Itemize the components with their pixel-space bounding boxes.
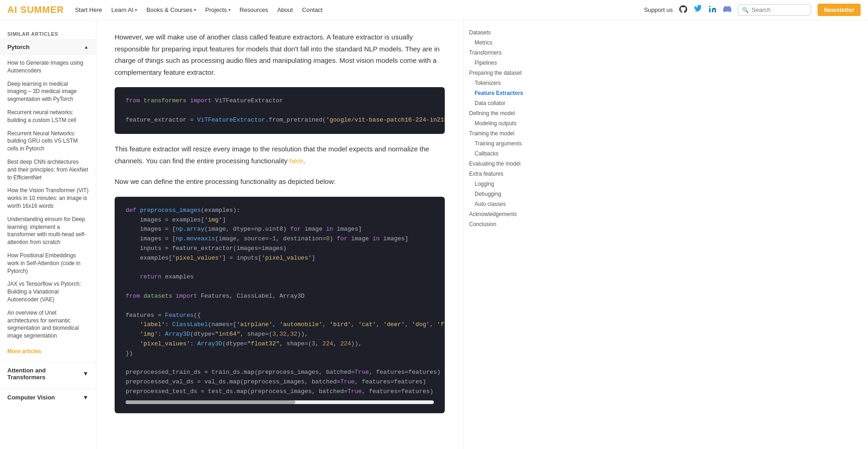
- toc-item[interactable]: Data collator: [469, 98, 549, 108]
- code-line: }): [126, 349, 434, 359]
- header-right: Support us 🔍 Newsletter: [644, 4, 861, 16]
- code-line: preprocessed_val_ds = val_ds.map(preproc…: [126, 377, 434, 387]
- here-link[interactable]: here: [289, 157, 303, 165]
- main-content: However, we will make use of another cla…: [96, 20, 463, 449]
- code-line: 'label': ClassLabel(names=['airplane', '…: [126, 320, 434, 330]
- toc-item[interactable]: Auto classes: [469, 199, 549, 209]
- code-line: feature_extractor = ViTFeatureExtractor.…: [126, 116, 434, 125]
- code-line: [126, 301, 434, 311]
- sidebar-category-computer-vision[interactable]: Computer Vision ▼: [0, 389, 96, 405]
- list-item[interactable]: Best deep CNN architectures and their pr…: [0, 155, 96, 184]
- sidebar-category-pytorch[interactable]: Pytorch ▲: [0, 39, 96, 55]
- code-line: [126, 106, 434, 116]
- list-item[interactable]: How to Generate Images using Autoencoder…: [0, 56, 96, 78]
- toc-item[interactable]: Metrics: [469, 38, 549, 48]
- intro-paragraph: However, we will make use of another cla…: [115, 31, 445, 78]
- chevron-down-icon: ▼: [83, 370, 88, 377]
- nav-contact[interactable]: Contact: [302, 6, 323, 13]
- code-scrollbar[interactable]: [126, 400, 434, 404]
- toc-item[interactable]: Datasets: [469, 28, 549, 38]
- chevron-down-icon: ▾: [194, 7, 196, 12]
- more-articles-link[interactable]: More articles: [0, 344, 96, 358]
- after-code1-paragraph: This feature extractor will resize every…: [115, 143, 445, 166]
- sidebar-category-attention[interactable]: Attention and Transformers ▼: [0, 362, 96, 385]
- nav-about[interactable]: About: [277, 6, 293, 13]
- toc-item[interactable]: Training the model: [469, 128, 549, 139]
- chevron-down-icon: ▾: [228, 7, 231, 12]
- code-line: examples['pixel_values'] = inputs['pixel…: [126, 254, 434, 263]
- search-input[interactable]: [752, 6, 807, 13]
- linkedin-icon[interactable]: [708, 5, 717, 15]
- chevron-up-icon: ▲: [84, 44, 88, 50]
- toc-item[interactable]: Preparing the dataset: [469, 68, 549, 78]
- code-line: [126, 263, 434, 273]
- newsletter-button[interactable]: Newsletter: [818, 4, 861, 16]
- toc-item[interactable]: Callbacks: [469, 149, 549, 159]
- list-item[interactable]: How the Vision Transformer (ViT) works i…: [0, 184, 96, 212]
- nav-start-here[interactable]: Start Here: [75, 6, 102, 13]
- toc-item[interactable]: Conclusion: [469, 219, 549, 229]
- toc-item[interactable]: Transformers: [469, 48, 549, 58]
- toc-item[interactable]: Extra features: [469, 169, 549, 179]
- toc-item[interactable]: Modeling outputs: [469, 118, 549, 128]
- right-toc: DatasetsMetricsTransformersPipelinesPrep…: [463, 20, 555, 449]
- code-line: def preprocess_images(examples):: [126, 206, 434, 216]
- logo[interactable]: AI SUMMER: [7, 5, 64, 15]
- toc-item[interactable]: Pipelines: [469, 58, 549, 68]
- list-item[interactable]: An overview of Unet architectures for se…: [0, 306, 96, 343]
- code-line: from datasets import Features, ClassLabe…: [126, 292, 434, 301]
- search-icon: 🔍: [742, 7, 749, 13]
- before-code2-paragraph: Now we can define the entire processing …: [115, 176, 445, 188]
- code-line: 'img': Array3D(dtype="int64", shape=(3,3…: [126, 330, 434, 339]
- code-line: inputs = feature_extractor(images=images…: [126, 244, 434, 254]
- toc-item[interactable]: Evaluating the model: [469, 159, 549, 169]
- code-line: preprocessed_train_ds = train_ds.map(pre…: [126, 368, 434, 377]
- toc-item[interactable]: Logging: [469, 179, 549, 189]
- header: AI SUMMER Start Here Learn AI ▾ Books & …: [0, 0, 868, 20]
- sidebar-section-title: SIMILAR ARTICLES: [0, 28, 96, 39]
- code-line: images = [np.moveaxis(image, source=-1, …: [126, 234, 434, 244]
- code-line: from transformers import ViTFeatureExtra…: [126, 96, 434, 106]
- nav-books-courses[interactable]: Books & Courses ▾: [146, 6, 196, 13]
- toc-item[interactable]: Feature Extractors: [469, 88, 549, 98]
- discord-icon[interactable]: [723, 5, 731, 15]
- search-box[interactable]: 🔍: [738, 4, 811, 16]
- list-item[interactable]: JAX vs Tensorflow vs Pytorch: Building a…: [0, 277, 96, 306]
- chevron-down-icon: ▼: [83, 394, 88, 401]
- code-line: [126, 282, 434, 292]
- code-block-1: from transformers import ViTFeatureExtra…: [115, 87, 445, 134]
- twitter-icon[interactable]: [694, 5, 702, 15]
- toc-item[interactable]: Acknowledgements: [469, 209, 549, 219]
- code-line: images = examples['img']: [126, 216, 434, 225]
- left-sidebar: SIMILAR ARTICLES Pytorch ▲ How to Genera…: [0, 20, 96, 449]
- list-item[interactable]: How Positional Embeddings work in Self-A…: [0, 249, 96, 277]
- toc-item[interactable]: Defining the model: [469, 108, 549, 118]
- code-line: 'pixel_values': Array3D(dtype="float32",…: [126, 339, 434, 349]
- code-block-2: def preprocess_images(examples): images …: [115, 197, 445, 413]
- code-line: features = Features({: [126, 311, 434, 321]
- toc-item[interactable]: Tokenizers: [469, 78, 549, 88]
- code-line: preprocessed_test_ds = test_ds.map(prepr…: [126, 387, 434, 397]
- list-item[interactable]: Recurrent Neural Networks: building GRU …: [0, 127, 96, 155]
- sidebar-article-list: How to Generate Images using Autoencoder…: [0, 55, 96, 344]
- main-layout: SIMILAR ARTICLES Pytorch ▲ How to Genera…: [0, 20, 868, 449]
- main-nav: Start Here Learn AI ▾ Books & Courses ▾ …: [75, 6, 644, 13]
- list-item[interactable]: Deep learning in medical imaging – 3D me…: [0, 78, 96, 106]
- toc-item[interactable]: Debugging: [469, 189, 549, 199]
- list-item[interactable]: Understanding einsum for Deep learning: …: [0, 213, 96, 249]
- nav-projects[interactable]: Projects ▾: [205, 6, 231, 13]
- toc-list: DatasetsMetricsTransformersPipelinesPrep…: [469, 28, 549, 229]
- support-link[interactable]: Support us: [644, 6, 673, 13]
- list-item[interactable]: Recurrent neural networks: building a cu…: [0, 106, 96, 127]
- code-scrollbar-thumb: [126, 400, 295, 404]
- nav-learn-ai[interactable]: Learn AI ▾: [111, 6, 137, 13]
- svg-point-0: [709, 6, 711, 7]
- code-line: [126, 359, 434, 368]
- toc-item[interactable]: Training arguments: [469, 139, 549, 149]
- code-line: return examples: [126, 272, 434, 282]
- nav-resources[interactable]: Resources: [240, 6, 268, 13]
- chevron-down-icon: ▾: [135, 7, 137, 12]
- code-line: images = [np.array(image, dtype=np.uint8…: [126, 225, 434, 234]
- github-icon[interactable]: [679, 5, 687, 15]
